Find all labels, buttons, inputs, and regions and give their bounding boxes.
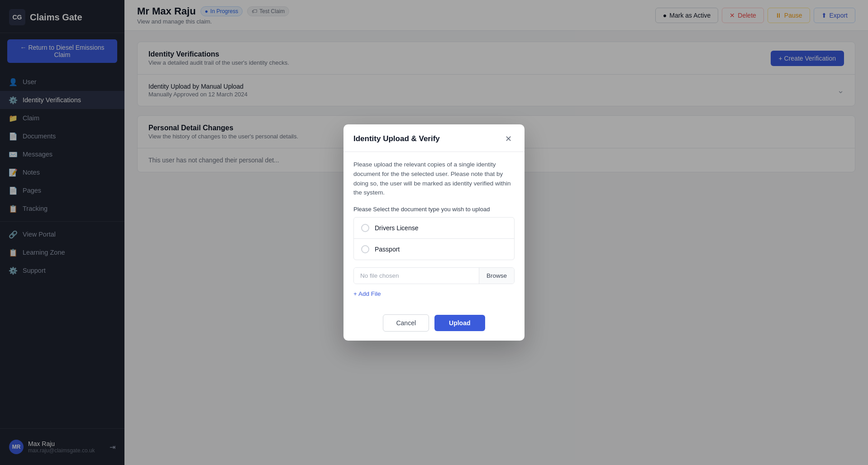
browse-button[interactable]: Browse (479, 268, 514, 284)
file-upload-placeholder: No file chosen (354, 268, 479, 284)
upload-button[interactable]: Upload (434, 315, 485, 331)
modal: Identity Upload & Verify ✕ Please upload… (343, 124, 525, 341)
modal-close-button[interactable]: ✕ (502, 133, 515, 145)
modal-footer: Cancel Upload (343, 307, 525, 341)
modal-body: Please upload the relevant copies of a s… (343, 152, 525, 308)
radio-passport[interactable] (361, 245, 369, 253)
document-options: Drivers License Passport (353, 217, 515, 260)
radio-drivers-license[interactable] (361, 224, 369, 232)
doc-option-drivers-license[interactable]: Drivers License (354, 218, 514, 239)
modal-select-label: Please Select the document type you wish… (353, 206, 515, 213)
modal-description: Please upload the relevant copies of a s… (353, 160, 515, 198)
doc-option-passport-label: Passport (375, 246, 400, 253)
modal-overlay: Identity Upload & Verify ✕ Please upload… (124, 0, 868, 465)
modal-header: Identity Upload & Verify ✕ (343, 124, 525, 152)
cancel-button[interactable]: Cancel (383, 314, 429, 332)
add-file-link[interactable]: + Add File (353, 290, 381, 297)
doc-option-drivers-license-label: Drivers License (375, 224, 418, 232)
file-upload-row: No file chosen Browse (353, 267, 515, 284)
modal-title: Identity Upload & Verify (353, 134, 440, 143)
main-content: Mr Max Raju ● In Progress 🏷 Test Claim V… (124, 0, 868, 465)
doc-option-passport[interactable]: Passport (354, 239, 514, 260)
